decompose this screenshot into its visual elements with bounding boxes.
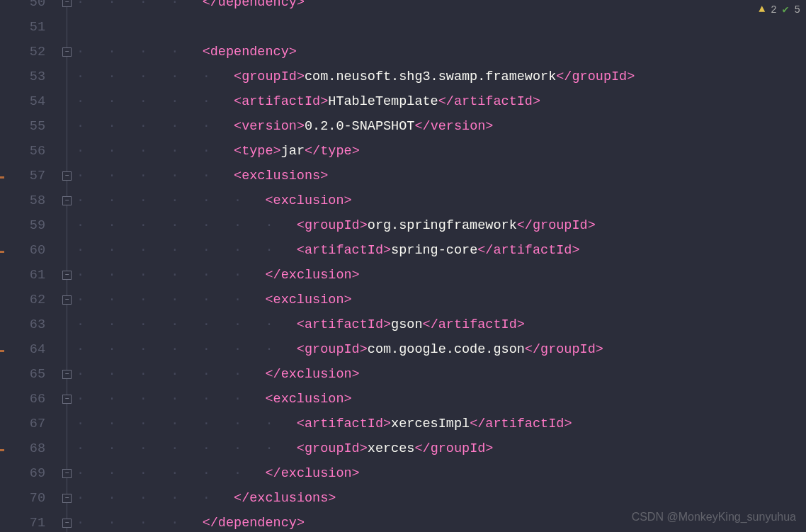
code-line[interactable] (76, 15, 806, 40)
xml-tag-name: groupId (540, 342, 596, 357)
xml-bracket: > (588, 218, 596, 233)
xml-tag-name: exclusion (281, 367, 352, 382)
xml-bracket: > (328, 491, 336, 506)
xml-tag-name: groupId (305, 342, 360, 357)
xml-bracket: > (352, 466, 360, 481)
xml-bracket: < (265, 293, 273, 307)
fold-toggle-icon[interactable] (62, 370, 72, 379)
xml-bracket: > (360, 218, 368, 233)
xml-tag-name: artifactId (305, 417, 383, 431)
xml-bracket: > (344, 293, 351, 307)
line-number: 61 (0, 263, 45, 288)
line-number: 67 (0, 412, 45, 436)
xml-tag-name: artifactId (242, 94, 320, 109)
xml-tag-name: artifactId (305, 243, 383, 258)
code-line[interactable]: · · · · · · · <artifactId>xercesImpl</ar… (76, 412, 806, 436)
xml-bracket: > (289, 45, 297, 60)
indent-guides: · · · · · · · (76, 441, 297, 456)
code-line[interactable]: · · · · </dependency> (76, 0, 806, 15)
code-line[interactable]: · · · · · · · <groupId>com.google.code.g… (76, 337, 806, 362)
xml-bracket: > (572, 243, 579, 258)
code-line[interactable]: · · · · · · <exclusion> (76, 188, 806, 213)
fold-toggle-icon[interactable] (62, 0, 72, 7)
code-line[interactable]: · · · · · · <exclusion> (76, 387, 806, 412)
code-line[interactable]: · · · · · <type>jar</type> (76, 139, 806, 164)
check-count: 5 (795, 4, 800, 16)
line-number: 68 (0, 436, 45, 461)
check-icon: ✔ (783, 3, 789, 16)
code-line[interactable]: · · · · · · · <groupId>xerces</groupId> (76, 436, 806, 461)
indent-guides: · · · · · (76, 69, 234, 84)
fold-toggle-icon[interactable] (62, 196, 72, 205)
code-line[interactable]: · · · · <dependency> (76, 40, 806, 64)
xml-tag-name: groupId (533, 218, 588, 233)
code-line[interactable]: · · · · </dependency> (76, 511, 806, 532)
code-area[interactable]: · · · · </dependency>· · · · <dependency… (74, 0, 806, 532)
line-number: 53 (0, 64, 45, 89)
line-number: 52 (0, 40, 45, 64)
fold-toggle-icon[interactable] (62, 469, 72, 478)
fold-vertical-line (67, 0, 67, 532)
code-line[interactable]: · · · · · · <exclusion> (76, 288, 806, 312)
inspection-status[interactable]: ▲ 2 ✔ 5 (759, 3, 800, 16)
xml-tag-name: exclusions (249, 491, 328, 506)
xml-bracket: > (564, 417, 572, 431)
code-line[interactable]: · · · · · <exclusions> (76, 164, 806, 188)
fold-toggle-icon[interactable] (62, 494, 72, 503)
xml-text: com.neusoft.shg3.swamp.framework (305, 69, 556, 84)
xml-bracket: </ (438, 94, 454, 109)
xml-bracket: > (485, 119, 493, 134)
xml-bracket: </ (414, 441, 430, 456)
indent-guides: · · · · · · (76, 392, 265, 407)
indent-guides: · · · · · · (76, 367, 265, 382)
indent-guides: · · · · · · · (76, 417, 297, 431)
code-line[interactable]: · · · · · · </exclusion> (76, 362, 806, 387)
code-line[interactable]: · · · · · <groupId>com.neusoft.shg3.swam… (76, 64, 806, 89)
code-line[interactable]: · · · · · </exclusions> (76, 486, 806, 511)
xml-tag-name: groupId (305, 441, 360, 456)
code-editor[interactable]: 5051525354555657585960616263646566676869… (0, 0, 806, 532)
xml-tag-name: exclusion (273, 293, 344, 307)
indent-guides: · · · · · (76, 169, 234, 183)
xml-bracket: > (517, 317, 525, 332)
xml-bracket: > (360, 342, 368, 357)
fold-toggle-icon[interactable] (62, 519, 72, 528)
indent-guides: · · · · · (76, 491, 234, 506)
xml-tag-name: groupId (431, 441, 486, 456)
fold-toggle-icon[interactable] (62, 47, 72, 57)
fold-toggle-icon[interactable] (62, 171, 72, 181)
line-number: 55 (0, 114, 45, 139)
xml-bracket: > (383, 243, 391, 258)
code-line[interactable]: · · · · · · · <artifactId>spring-core</a… (76, 238, 806, 263)
xml-tag-name: exclusion (273, 392, 344, 407)
xml-text: com.google.code.gson (368, 342, 525, 357)
code-line[interactable]: · · · · · · · <groupId>org.springframewo… (76, 213, 806, 238)
code-line[interactable]: · · · · · · · <artifactId>gson</artifact… (76, 312, 806, 337)
xml-text: spring-core (391, 243, 477, 258)
xml-bracket: < (297, 317, 305, 332)
xml-tag-name: artifactId (305, 317, 383, 332)
xml-tag-name: exclusion (273, 193, 344, 208)
xml-tag-name: dependency (218, 516, 297, 531)
xml-tag-name: dependency (210, 45, 289, 60)
xml-bracket: </ (305, 144, 320, 159)
xml-tag-name: artifactId (493, 243, 572, 258)
code-line[interactable]: · · · · · · </exclusion> (76, 263, 806, 288)
xml-bracket: </ (414, 119, 430, 134)
xml-bracket: < (234, 119, 242, 134)
xml-text: 0.2.0-SNAPSHOT (305, 119, 414, 134)
xml-text: xerces (368, 441, 415, 456)
code-line[interactable]: · · · · · <version>0.2.0-SNAPSHOT</versi… (76, 114, 806, 139)
xml-bracket: </ (556, 69, 572, 84)
xml-tag-name: exclusions (242, 169, 320, 183)
code-line[interactable]: · · · · · <artifactId>HTableTemplate</ar… (76, 89, 806, 114)
fold-toggle-icon[interactable] (62, 295, 72, 305)
xml-tag-name: version (242, 119, 297, 134)
code-line[interactable]: · · · · · · </exclusion> (76, 461, 806, 486)
line-number: 54 (0, 89, 45, 114)
fold-toggle-icon[interactable] (62, 271, 72, 280)
indent-guides: · · · · · · (76, 268, 265, 283)
line-number: 69 (0, 461, 45, 486)
xml-text: gson (391, 317, 422, 332)
fold-toggle-icon[interactable] (62, 395, 72, 404)
